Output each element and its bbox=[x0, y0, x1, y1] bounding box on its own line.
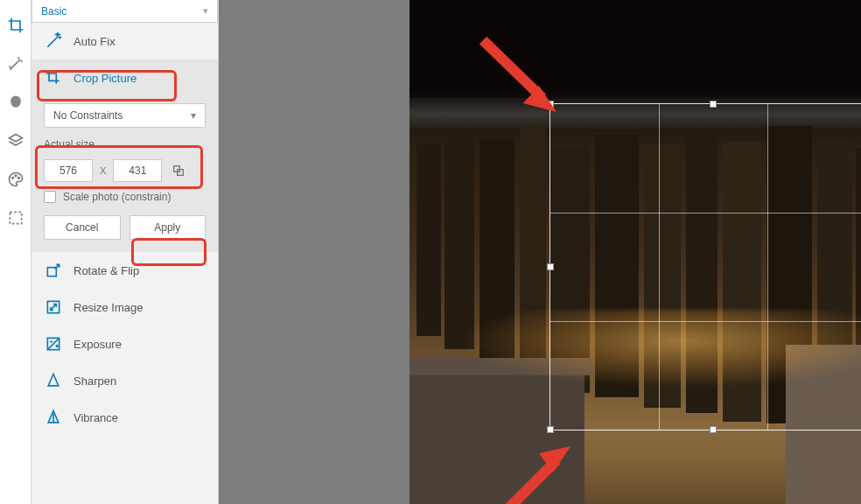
marquee-icon[interactable] bbox=[6, 208, 25, 228]
grid-line bbox=[767, 104, 768, 430]
canvas-area[interactable] bbox=[219, 0, 861, 504]
apply-button[interactable]: Apply bbox=[130, 215, 206, 240]
crop-subpanel: No Constraints ▾ Actual size X Scale pho… bbox=[32, 96, 218, 252]
rotate-flip-item[interactable]: Rotate & Flip bbox=[32, 252, 218, 289]
constraint-select[interactable]: No Constraints ▾ bbox=[44, 103, 206, 128]
scale-photo-checkbox[interactable]: Scale photo (constrain) bbox=[44, 191, 206, 203]
layers-icon[interactable] bbox=[6, 131, 25, 150]
magic-wand-icon[interactable] bbox=[6, 54, 25, 74]
swap-dimensions-icon[interactable] bbox=[169, 161, 188, 180]
crop-tool-icon[interactable] bbox=[6, 16, 25, 35]
svg-point-2 bbox=[18, 178, 19, 179]
size-separator: X bbox=[100, 165, 106, 176]
tool-rail bbox=[0, 0, 32, 504]
chevron-down-icon: ▾ bbox=[191, 109, 196, 122]
height-input[interactable] bbox=[113, 159, 162, 182]
width-input[interactable] bbox=[44, 159, 93, 182]
crop-handle-tl[interactable] bbox=[547, 101, 554, 108]
sharpen-icon bbox=[44, 371, 63, 390]
size-row: X bbox=[44, 159, 206, 182]
svg-point-1 bbox=[15, 175, 17, 177]
resize-label: Resize Image bbox=[74, 301, 143, 314]
vibrance-icon bbox=[44, 408, 63, 427]
scale-label: Scale photo (constrain) bbox=[63, 191, 171, 203]
apply-label: Apply bbox=[154, 221, 180, 234]
panel-title: Basic bbox=[41, 5, 66, 18]
magic-wand-icon bbox=[44, 32, 63, 51]
vibrance-label: Vibrance bbox=[74, 411, 118, 424]
rotate-icon bbox=[44, 261, 63, 280]
vibrance-item[interactable]: Vibrance bbox=[32, 399, 218, 436]
grid-line bbox=[659, 104, 660, 430]
exposure-label: Exposure bbox=[74, 338, 122, 351]
exposure-icon bbox=[44, 334, 63, 354]
crop-picture-item[interactable]: Crop Picture bbox=[32, 60, 218, 96]
constraint-value: No Constraints bbox=[53, 109, 122, 122]
svg-point-0 bbox=[11, 178, 13, 179]
size-label: Actual size bbox=[44, 136, 206, 150]
crop-handle-ml[interactable] bbox=[547, 263, 554, 270]
chevron-down-icon: ▾ bbox=[203, 5, 208, 17]
checkbox-icon bbox=[44, 191, 56, 203]
panel-header[interactable]: Basic ▾ bbox=[32, 0, 218, 23]
cancel-label: Cancel bbox=[66, 221, 98, 234]
face-retouch-icon[interactable] bbox=[6, 93, 25, 112]
crop-picture-label: Crop Picture bbox=[74, 72, 136, 85]
resize-icon bbox=[44, 298, 63, 317]
crop-selection[interactable] bbox=[550, 103, 861, 430]
crop-handle-bl[interactable] bbox=[547, 426, 554, 433]
exposure-item[interactable]: Exposure bbox=[32, 326, 218, 362]
sharpen-label: Sharpen bbox=[74, 374, 116, 388]
autofix-label: Auto Fix bbox=[74, 35, 116, 48]
palette-icon[interactable] bbox=[6, 170, 25, 189]
grid-line bbox=[550, 213, 861, 214]
resize-image-item[interactable]: Resize Image bbox=[32, 289, 218, 326]
autofix-item[interactable]: Auto Fix bbox=[32, 23, 218, 60]
crop-icon bbox=[44, 68, 63, 88]
rotate-label: Rotate & Flip bbox=[74, 264, 139, 277]
sharpen-item[interactable]: Sharpen bbox=[32, 362, 218, 399]
cancel-button[interactable]: Cancel bbox=[44, 215, 121, 240]
crop-handle-bm[interactable] bbox=[710, 426, 717, 433]
basic-panel: Basic ▾ Auto Fix Crop Picture No Constra… bbox=[32, 0, 219, 504]
crop-handle-tm[interactable] bbox=[710, 101, 717, 108]
svg-rect-3 bbox=[10, 212, 21, 223]
grid-line bbox=[550, 321, 861, 322]
